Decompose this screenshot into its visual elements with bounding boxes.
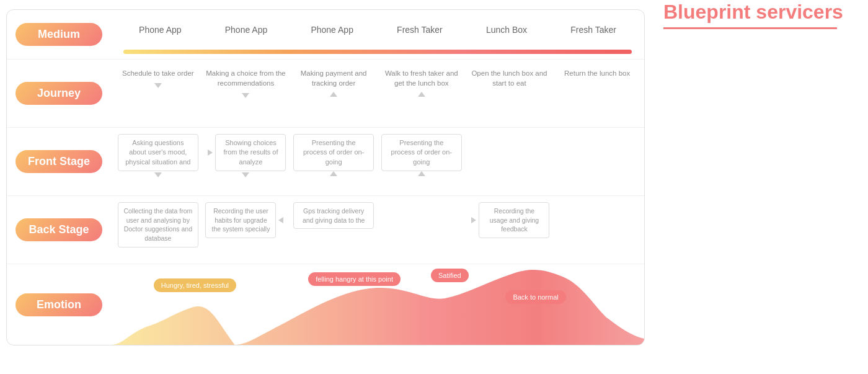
journey-step-3-text: Walk to fresh taker and get the lunch bo…: [381, 68, 462, 88]
journey-step-2: Making payment and tracking order: [293, 68, 374, 98]
medium-col-1: Phone App: [225, 25, 268, 35]
journey-pill: Journey: [16, 82, 102, 105]
backstage-step-2: Gps tracking delivery and giving data to…: [293, 202, 374, 229]
backstage-step-0: Collecting the data from user and analys…: [118, 202, 198, 247]
medium-row: Medium Phone App Phone App Phone App Fre…: [7, 10, 644, 60]
emotion-label-cell: Emotion: [7, 264, 111, 345]
backstage-text-4: Recording the usage and giving feedback: [490, 207, 539, 233]
fs-arrow-1: [242, 172, 249, 177]
backstage-row: Back Stage Collecting the data from user…: [7, 196, 644, 264]
journey-step-4-text: Open the lunch box and start to eat: [469, 68, 549, 88]
journey-step-1-text: Making a choice from the recommendations: [205, 68, 286, 88]
journey-step-5: Return the lunch box: [557, 68, 637, 82]
backstage-text-2: Gps tracking delivery and giving data to…: [303, 207, 365, 224]
journey-content: Schedule to take order Making a choice f…: [111, 60, 644, 127]
medium-label-cell: Medium: [7, 10, 111, 59]
frontstage-box-2: Presenting the process of order on-going: [293, 134, 374, 171]
emotion-pill: Emotion: [16, 293, 102, 316]
frontstage-text-2: Presenting the process of order on-going: [303, 139, 364, 166]
emotion-tag-1-text: felling hangry at this point: [316, 275, 393, 283]
journey-step-4: Open the lunch box and start to eat: [469, 68, 549, 92]
frontstage-content: Asking questions about user's mood, phys…: [111, 128, 644, 195]
emotion-label-text: Emotion: [37, 298, 81, 311]
frontstage-step-2: Presenting the process of order on-going: [293, 134, 374, 177]
emotion-row: Emotion: [7, 264, 644, 345]
frontstage-label-text: Front Stage: [28, 155, 90, 168]
journey-step-0-text: Schedule to take order: [122, 68, 194, 78]
arrow-up-3: [418, 92, 425, 97]
frontstage-text-0: Asking questions about user's mood, phys…: [125, 139, 190, 166]
emotion-tag-2: Satified: [431, 269, 469, 282]
frontstage-label-cell: Front Stage: [7, 128, 111, 195]
journey-step-1: Making a choice from the recommendations: [205, 68, 286, 98]
emotion-tag-3-text: Back to normal: [513, 293, 558, 301]
timeline-bar: [123, 50, 632, 54]
blueprint-title: Blueprint servicers: [663, 0, 843, 24]
backstage-pill: Back Stage: [16, 218, 102, 241]
medium-col-2: Phone App: [311, 25, 353, 35]
journey-step-3: Walk to fresh taker and get the lunch bo…: [381, 68, 462, 98]
medium-cols: Phone App Phone App Phone App Fresh Take…: [117, 10, 638, 46]
frontstage-text-3: Presenting the process of order on-going: [391, 139, 452, 166]
backstage-label-text: Back Stage: [29, 223, 89, 236]
fs-arrow-up-3: [418, 171, 425, 176]
emotion-tag-0-text: Hungry, tired, stressful: [161, 282, 229, 289]
backstage-text-0: Collecting the data from user and analys…: [123, 207, 192, 242]
medium-col-3: Fresh Taker: [397, 25, 443, 35]
journey-label-cell: Journey: [7, 60, 111, 127]
emotion-tag-1: felling hangry at this point: [308, 272, 401, 286]
journey-row: Journey Schedule to take order Making a …: [7, 60, 644, 128]
bs-arrow-right-4: [471, 217, 476, 223]
arrow-up-2: [330, 92, 337, 97]
emotion-content: Hungry, tired, stressful felling hangry …: [111, 264, 644, 345]
journey-label-text: Journey: [37, 87, 81, 100]
frontstage-step-1: Showing choices from the results of anal…: [205, 134, 286, 177]
frontstage-box-0: Asking questions about user's mood, phys…: [118, 134, 198, 171]
journey-step-0: Schedule to take order: [118, 68, 198, 88]
backstage-step-1: Recording the user habits for upgrade th…: [205, 202, 286, 238]
frontstage-pill: Front Stage: [16, 150, 102, 173]
backstage-box-2: Gps tracking delivery and giving data to…: [293, 202, 374, 229]
frontstage-box-3: Presenting the process of order on-going: [381, 134, 462, 171]
backstage-box-0: Collecting the data from user and analys…: [118, 202, 198, 247]
journey-step-2-text: Making payment and tracking order: [293, 68, 374, 88]
bs-arrow-left-1: [278, 217, 283, 223]
blueprint-container: Medium Phone App Phone App Phone App Fre…: [0, 0, 868, 374]
right-panel: Blueprint servicers: [645, 0, 868, 104]
frontstage-box-1: Showing choices from the results of anal…: [215, 134, 286, 171]
title-underline: [663, 27, 837, 29]
frontstage-text-1: Showing choices from the results of anal…: [223, 139, 278, 166]
fs-arrow-right-1: [208, 149, 213, 156]
backstage-box-4: Recording the usage and giving feedback: [479, 202, 549, 238]
medium-label-text: Medium: [38, 28, 80, 41]
backstage-box-1: Recording the user habits for upgrade th…: [205, 202, 276, 238]
emotion-tag-2-text: Satified: [438, 272, 461, 279]
backstage-content: Collecting the data from user and analys…: [111, 196, 644, 264]
emotion-tag-3: Back to normal: [505, 290, 565, 304]
backstage-label-cell: Back Stage: [7, 196, 111, 264]
main-table: Medium Phone App Phone App Phone App Fre…: [6, 9, 645, 345]
arrow-down-1: [242, 93, 249, 98]
medium-timeline-container: Phone App Phone App Phone App Fresh Take…: [111, 10, 644, 59]
backstage-step-4: Recording the usage and giving feedback: [469, 202, 549, 238]
emotion-tag-0: Hungry, tired, stressful: [154, 278, 236, 292]
medium-col-4: Lunch Box: [486, 25, 527, 35]
frontstage-step-0: Asking questions about user's mood, phys…: [118, 134, 198, 177]
medium-col-0: Phone App: [139, 25, 182, 35]
blueprint-title-line1: Blueprint servicers: [663, 1, 843, 23]
frontstage-row: Front Stage Asking questions about user'…: [7, 128, 644, 196]
fs-arrow-up-2: [330, 171, 337, 176]
medium-col-5: Fresh Taker: [570, 25, 616, 35]
fs-arrow-0: [154, 172, 162, 177]
journey-step-5-text: Return the lunch box: [564, 68, 630, 78]
frontstage-step-3: Presenting the process of order on-going: [381, 134, 462, 177]
backstage-text-1: Recording the user habits for upgrade th…: [212, 207, 270, 233]
arrow-down-0: [154, 83, 162, 88]
medium-pill: Medium: [16, 23, 102, 46]
